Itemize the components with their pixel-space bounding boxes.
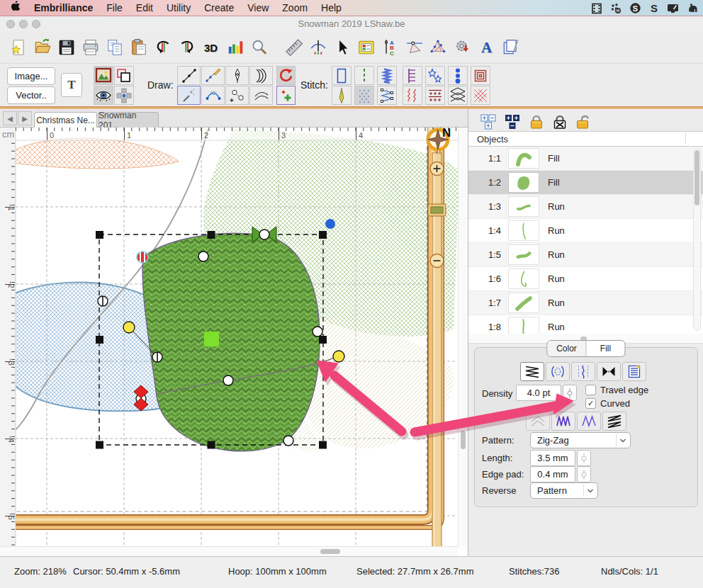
design-canvas[interactable]: -1 -2 -3 -4 -5 0 1 2 3 4 cm [0,128,468,556]
new-document-button[interactable] [7,35,29,60]
redo-rotate-button[interactable] [276,66,296,85]
evernote-status-icon[interactable] [687,3,699,14]
show-image-button[interactable] [94,66,113,85]
reshape-tool-button[interactable] [403,35,425,60]
stitch-bead-button[interactable] [448,66,468,85]
length-stepper[interactable] [577,450,591,466]
length-input[interactable]: 3.5 mm [530,450,575,466]
collapse-groups-button[interactable] [502,112,522,131]
object-row-4[interactable]: 1:4Run [468,219,703,243]
density-input[interactable]: 4.0 pt [516,385,561,401]
objects-list-scrollbar[interactable] [693,148,701,331]
reverse-select[interactable]: Pattern [530,482,598,499]
stitch-comb-button[interactable] [403,66,422,85]
menu-help[interactable]: Help [321,2,342,13]
pattern-select[interactable]: Zig-Zag [530,432,631,448]
underlay-chevron-button[interactable] [526,412,550,431]
rotate-right-button[interactable] [176,35,198,60]
magic-wand-tool[interactable] [177,86,201,105]
image-button[interactable]: Image... [7,67,55,85]
object-row-5[interactable]: 1:5Run [468,243,703,267]
draw-parallel-curve-tool[interactable] [249,86,273,105]
fill-type-program-button[interactable] [622,362,646,381]
tab-fill[interactable]: Fill [586,341,625,356]
display-status-icon[interactable] [667,3,680,14]
stitch-simulator-button[interactable] [307,35,329,60]
select-pointer-button[interactable] [331,35,353,60]
lock-button[interactable] [527,112,546,131]
menu-view[interactable]: View [247,2,269,13]
s-app-status-icon[interactable]: S [649,2,659,14]
fill-type-bowtie-button[interactable] [597,362,621,381]
menu-create[interactable]: Create [204,2,234,13]
blue-point-node[interactable] [325,219,335,229]
draw-freehand-tool[interactable] [201,66,225,85]
object-row-7[interactable]: 1:7Run [468,291,703,315]
underlay-zigzag-tight-button[interactable] [551,412,575,431]
tab-snowman[interactable]: Snowman 201... [98,112,159,128]
filmstrip-status-icon[interactable] [591,3,602,14]
notes-button[interactable] [500,35,522,60]
object-row-2-selected[interactable]: 1:2Fill [468,171,703,195]
open-file-button[interactable] [31,35,53,60]
travel-edge-checkbox[interactable] [585,385,596,395]
stitch-generate-button[interactable] [451,35,473,60]
menu-file[interactable]: File [106,2,123,13]
fill-type-wave-button[interactable] [571,362,595,381]
color-chart-button[interactable] [224,35,246,60]
stitch-crosshatch-button[interactable] [471,86,490,105]
rotate-left-button[interactable] [152,35,174,60]
pause-dots-status-icon[interactable] [610,3,622,14]
view-3d-button[interactable]: 3D [200,35,222,60]
density-stepper[interactable] [563,385,577,401]
menu-app-name[interactable]: Embrilliance [34,2,93,13]
save-button[interactable] [55,35,77,60]
curved-checkbox[interactable]: ✓ [585,398,596,409]
stitch-outline-button[interactable] [332,66,352,85]
lettering-button[interactable]: ABC [379,35,401,60]
zoom-tool-button[interactable] [248,35,270,60]
edge-pad-input[interactable]: 0.4 mm [530,466,575,482]
tab-color[interactable]: Color [548,341,586,356]
object-overlap-button[interactable] [114,66,134,85]
object-row-6[interactable]: 1:6Run [468,267,703,291]
object-row-8[interactable]: 1:8Run [468,315,703,334]
add-node-button[interactable] [276,86,296,105]
mesh-edit-button[interactable] [427,35,449,60]
tab-next-button[interactable]: ▶ [18,111,32,125]
fill-type-contour-button[interactable] [546,362,570,381]
unlock-button[interactable] [573,112,592,131]
underlay-zigzag-loose-button[interactable] [577,412,601,431]
font-letter-button[interactable]: A [476,35,497,60]
copy-button[interactable] [103,35,125,60]
measure-ruler-button[interactable] [283,35,305,60]
print-button[interactable] [79,35,101,60]
fill-type-zigzag-button[interactable] [520,362,544,381]
expand-groups-button[interactable] [478,112,497,131]
stitch-run-button[interactable] [354,66,374,85]
paste-button[interactable] [128,35,150,60]
stitch-meander-button[interactable] [403,86,422,105]
selected-fill-object[interactable] [142,233,320,451]
object-row-3[interactable]: 1:3Run [468,195,703,219]
stitch-column-button[interactable] [377,86,397,105]
tab-prev-button[interactable]: ◀ [3,111,17,125]
design-properties-button[interactable] [355,35,377,60]
skype-status-icon[interactable]: S [629,2,641,14]
apple-menu-icon[interactable] [10,1,21,15]
draw-pen-nib-tool[interactable] [225,66,249,85]
menu-edit[interactable]: Edit [136,2,153,13]
lock-x-button[interactable] [550,112,569,131]
visibility-eye-button[interactable] [94,86,113,105]
stitch-lattice-button[interactable] [448,86,468,105]
draw-arc-tool[interactable] [201,86,225,105]
stitch-satin-button[interactable] [377,66,397,85]
draw-shapes-tool[interactable] [225,86,249,105]
text-tool-button[interactable]: T [61,73,82,97]
stitch-concentric-button[interactable] [471,66,490,85]
menu-utility[interactable]: Utility [167,2,191,13]
object-row-1[interactable]: 1:1Fill [468,147,703,171]
canvas-horizontal-scrollbar[interactable] [0,546,458,556]
tab-christmas[interactable]: Christmas Ne... [34,112,97,128]
stitch-motif-fill-button[interactable] [425,86,445,105]
